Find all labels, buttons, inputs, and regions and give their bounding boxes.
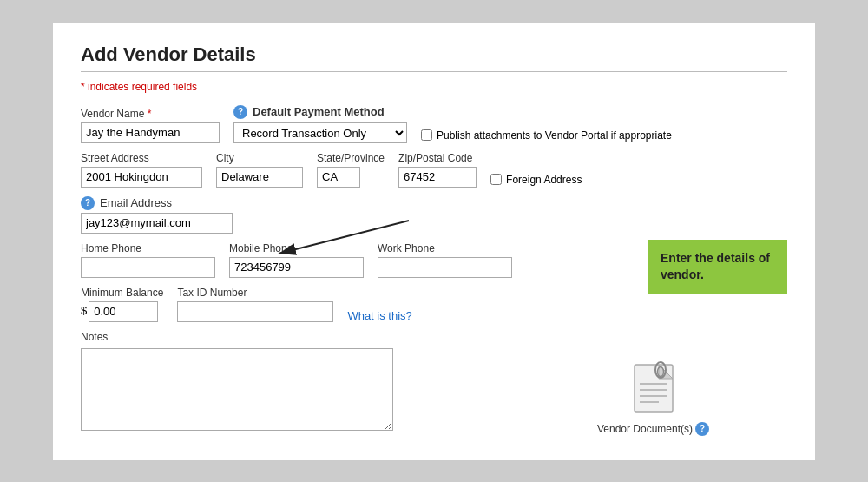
row-address: Street Address City State/Province Zip/P… <box>81 152 787 188</box>
street-label: Street Address <box>81 152 202 164</box>
work-phone-group: Work Phone <box>378 242 512 278</box>
state-group: State/Province <box>317 152 385 188</box>
email-input[interactable] <box>81 213 233 234</box>
work-phone-input[interactable] <box>378 257 512 278</box>
publish-label: Publish attachments to Vendor Portal if … <box>437 129 672 142</box>
vendor-doc-label-text: Vendor Document(s) <box>597 423 693 435</box>
state-input[interactable] <box>317 167 360 188</box>
city-label: City <box>216 152 303 164</box>
title-divider <box>81 71 787 72</box>
zip-input[interactable] <box>398 167 477 188</box>
email-label: Email Address <box>100 196 172 209</box>
notes-textarea[interactable] <box>81 348 393 431</box>
state-label: State/Province <box>317 152 385 164</box>
tax-id-label: Tax ID Number <box>177 287 333 299</box>
home-phone-group: Home Phone <box>81 242 215 278</box>
payment-method-label: Default Payment Method <box>253 105 385 118</box>
min-balance-input[interactable] <box>89 301 158 322</box>
mobile-phone-label: Mobile Phone <box>229 242 364 254</box>
zip-label: Zip/Postal Code <box>398 152 477 164</box>
vendor-doc-help-icon[interactable]: ? <box>695 422 709 436</box>
notes-label: Notes <box>81 331 393 343</box>
row-vendor-payment: Vendor Name * ? Default Payment Method R… <box>81 105 787 143</box>
foreign-address-checkbox[interactable] <box>490 174 502 185</box>
email-help-icon[interactable]: ? <box>81 196 95 210</box>
zip-group: Zip/Postal Code <box>398 152 477 188</box>
vendor-name-group: Vendor Name * <box>81 108 220 143</box>
home-phone-label: Home Phone <box>81 242 215 254</box>
vendor-name-input[interactable] <box>81 122 220 143</box>
tooltip-box: Enter the details of vendor. <box>648 240 787 294</box>
email-group: ? Email Address <box>81 196 233 234</box>
tax-id-input[interactable] <box>177 301 333 322</box>
svg-rect-2 <box>635 365 673 412</box>
foreign-address-label: Foreign Address <box>506 174 582 186</box>
page-title: Add Vendor Details <box>81 43 787 66</box>
foreign-address-group: Foreign Address <box>490 174 582 188</box>
city-input[interactable] <box>216 167 303 188</box>
work-phone-label: Work Phone <box>378 242 512 254</box>
mobile-phone-input[interactable] <box>229 257 364 278</box>
vendor-name-label: Vendor Name * <box>81 108 220 120</box>
street-group: Street Address <box>81 152 202 188</box>
publish-checkbox[interactable] <box>421 129 432 141</box>
city-group: City <box>216 152 303 188</box>
required-note: * indicates required fields <box>81 81 787 93</box>
min-balance-label: Minimum Balance <box>81 287 163 299</box>
payment-method-select[interactable]: Record Transaction Only Check ACH Credit… <box>233 122 407 143</box>
vendor-doc-icon <box>628 358 680 419</box>
dollar-sign: $ <box>81 304 87 319</box>
mobile-phone-group: Mobile Phone <box>229 242 364 278</box>
home-phone-input[interactable] <box>81 257 215 278</box>
notes-group: Notes <box>81 331 393 431</box>
payment-help-icon[interactable]: ? <box>233 105 247 119</box>
add-vendor-card: Add Vendor Details * indicates required … <box>52 22 816 461</box>
payment-method-group: ? Default Payment Method Record Transact… <box>233 105 407 143</box>
row-email: ? Email Address <box>81 196 787 234</box>
street-input[interactable] <box>81 167 202 188</box>
min-balance-group: Minimum Balance $ <box>81 287 163 322</box>
vendor-doc-area: Vendor Document(s) ? <box>597 358 711 436</box>
what-is-this-link[interactable]: What is this? <box>347 294 411 322</box>
tax-id-group: Tax ID Number <box>177 287 333 322</box>
tooltip-text: Enter the details of vendor. <box>661 251 770 282</box>
publish-checkbox-group: Publish attachments to Vendor Portal if … <box>421 129 672 143</box>
